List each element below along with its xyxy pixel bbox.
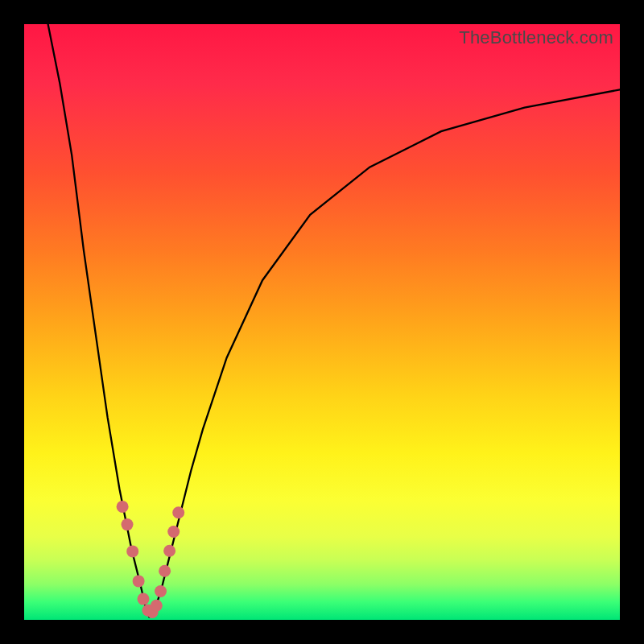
curve-marker: [151, 600, 163, 612]
curve-marker: [167, 526, 180, 538]
curve-right-branch: [149, 89, 620, 617]
curve-left-branch: [48, 24, 150, 617]
chart-frame: TheBottleneck.com: [0, 0, 644, 644]
chart-svg: [24, 24, 620, 620]
curve-marker: [172, 506, 184, 518]
curve-marker: [126, 545, 138, 557]
curve-marker: [155, 585, 167, 597]
curve-marker: [138, 593, 150, 605]
curve-markers-group: [117, 501, 185, 618]
curve-marker: [163, 545, 175, 557]
curve-marker: [133, 575, 145, 587]
plot-area: TheBottleneck.com: [24, 24, 620, 620]
curve-marker: [122, 518, 134, 530]
curve-marker: [117, 501, 129, 513]
curve-marker: [159, 565, 171, 577]
